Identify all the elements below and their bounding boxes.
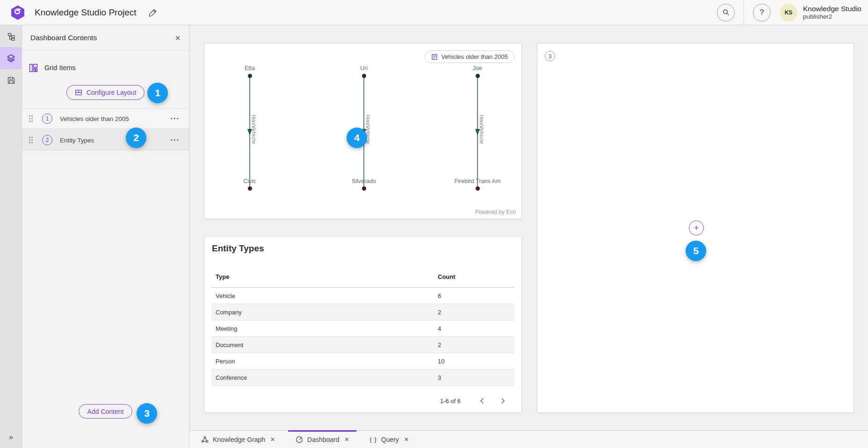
person-node[interactable] — [362, 74, 366, 78]
callout-badge-3: 3 — [137, 403, 157, 424]
card-title: Entity Types — [212, 243, 521, 254]
cell-count: 10 — [434, 358, 514, 365]
search-button[interactable] — [717, 4, 735, 21]
header-actions: ? KS Knowledge Studio publisher2 — [717, 0, 868, 25]
drag-handle[interactable] — [29, 115, 33, 122]
tab-dashboard[interactable]: Dashboard × — [288, 431, 356, 448]
callout-badge-2: 2 — [126, 128, 146, 148]
chevron-left-icon — [480, 398, 485, 403]
expand-rail-button[interactable]: » — [0, 428, 22, 446]
list-item-entity-types[interactable]: 2 Entity Types ··· — [22, 130, 189, 150]
close-icon[interactable]: × — [404, 435, 409, 443]
cell-count: 2 — [434, 341, 514, 348]
grid-items-list: 1 Vehicles older than 2005 ··· 2 Entity … — [22, 108, 189, 151]
table-row[interactable]: Vehicle 6 — [211, 288, 514, 304]
cell-count: 4 — [434, 325, 514, 332]
callout-badge-4: 4 — [347, 128, 367, 148]
tab-label: Query — [381, 436, 399, 443]
dashboard-gauge-icon — [296, 436, 303, 443]
edit-title-icon[interactable] — [149, 8, 157, 17]
grid-items-label: Grid Items — [44, 64, 76, 71]
add-content-label: Add Content — [87, 408, 124, 415]
avatar[interactable]: KS — [780, 4, 797, 21]
table-row[interactable]: Company 2 — [211, 304, 514, 320]
rail-item-save[interactable] — [0, 69, 22, 91]
vehicle-node[interactable] — [362, 186, 366, 191]
list-item-label: Vehicles older than 2005 — [60, 115, 129, 122]
esri-attribution: Powered by Esri — [475, 209, 516, 215]
cell-type: Document — [211, 341, 434, 348]
column-header-count: Count — [434, 273, 514, 280]
person-node[interactable] — [248, 74, 252, 78]
table-row[interactable]: Meeting 4 — [211, 320, 514, 337]
layers-icon — [7, 54, 15, 63]
save-icon — [7, 76, 15, 85]
cell-type: Vehicle — [211, 292, 434, 299]
close-icon[interactable]: × — [175, 33, 181, 43]
double-chevron-right-icon: » — [9, 433, 13, 442]
person-node[interactable] — [476, 74, 480, 78]
table-pagination: 1-6 of 6 — [440, 395, 511, 407]
previous-page-button[interactable] — [474, 395, 492, 407]
node-label: Uri — [360, 65, 368, 71]
cell-count: 6 — [434, 292, 514, 299]
table-row[interactable]: Person 10 — [211, 353, 514, 370]
rail-item-data-model[interactable] — [0, 25, 22, 47]
layout-grid-icon — [75, 89, 82, 96]
app-header: Knowledge Studio Project ? KS Knowledge … — [0, 0, 868, 25]
next-page-button[interactable] — [492, 395, 511, 407]
tab-label: Knowledge Graph — [213, 436, 265, 443]
grid-cell-number-badge: 3 — [545, 51, 555, 61]
edge-label: HasVehicle — [479, 115, 485, 144]
help-button[interactable]: ? — [753, 4, 771, 21]
drag-handle[interactable] — [29, 136, 33, 144]
document-icon — [431, 54, 438, 60]
callout-badge-5: 5 — [686, 241, 706, 261]
node-label: Firebird Trans Am — [455, 178, 501, 185]
header-divider — [744, 0, 744, 25]
edge-label: HasVehicle — [251, 115, 257, 144]
hierarchy-icon — [7, 32, 15, 41]
user-info[interactable]: Knowledge Studio publisher2 — [803, 5, 861, 20]
close-icon[interactable]: × — [270, 435, 275, 443]
app-logo-icon — [10, 5, 26, 21]
rail-item-contents[interactable] — [0, 47, 22, 69]
grid-items-section: Grid Items — [22, 57, 189, 78]
overflow-menu-icon[interactable]: ··· — [170, 114, 180, 123]
column-header-type: Type — [211, 273, 434, 280]
tab-knowledge-graph[interactable]: Knowledge Graph × — [194, 431, 282, 448]
page-title: Knowledge Studio Project — [35, 7, 137, 18]
knowledge-graph-icon — [201, 436, 209, 443]
pagination-range: 1-6 of 6 — [440, 398, 461, 405]
table-row[interactable]: Conference 3 — [211, 370, 514, 386]
layer-filter-label: Vehicles older than 2005 — [441, 53, 508, 60]
vehicle-node[interactable] — [476, 186, 480, 191]
add-item-plus-button[interactable]: + — [689, 220, 704, 235]
list-item-vehicles[interactable]: 1 Vehicles older than 2005 ··· — [22, 108, 189, 129]
user-role: publisher2 — [803, 13, 861, 21]
item-number-badge: 1 — [42, 114, 52, 124]
item-number-badge: 2 — [42, 135, 52, 145]
table-row[interactable]: Document 2 — [211, 337, 514, 353]
close-icon[interactable]: × — [345, 435, 349, 443]
list-item-label: Entity Types — [60, 137, 94, 144]
empty-grid-cell-card: 3 + — [537, 43, 854, 413]
node-label: Civic — [243, 178, 256, 185]
table-header-row: Type Count — [211, 266, 514, 288]
tab-label: Dashboard — [307, 436, 340, 443]
entity-types-card: Entity Types Type Count Vehicle 6 Compan… — [204, 236, 522, 413]
cell-count: 3 — [434, 374, 514, 381]
add-content-button[interactable]: Add Content — [79, 404, 133, 419]
braces-icon: { } — [369, 436, 376, 443]
node-label: Joe — [473, 65, 482, 71]
configure-layout-button[interactable]: Configure Layout — [66, 85, 145, 100]
overflow-menu-icon[interactable]: ··· — [170, 135, 180, 145]
panel-title: Dashboard Contents — [30, 34, 97, 42]
grid-layout-icon — [29, 63, 38, 73]
configure-layout-label: Configure Layout — [87, 89, 137, 96]
layer-filter-pill[interactable]: Vehicles older than 2005 — [425, 50, 514, 63]
tab-query[interactable]: { } Query × — [362, 431, 416, 448]
entity-types-table: Type Count Vehicle 6 Company 2 Meeting 4… — [211, 266, 514, 386]
view-tab-bar: Knowledge Graph × Dashboard × { } Query … — [190, 430, 868, 448]
vehicle-node[interactable] — [248, 186, 252, 191]
